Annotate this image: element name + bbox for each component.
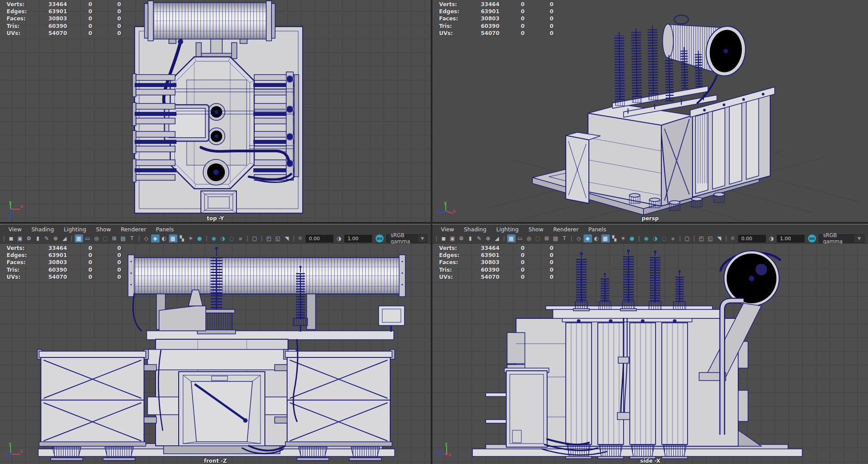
separator[interactable] [293,236,294,242]
colorspace-dropdown[interactable]: sRGB gamma ▼ [819,234,864,243]
separator[interactable] [694,236,695,242]
menu-item[interactable]: Renderer [116,226,151,233]
camera-icon[interactable]: ◼ [7,234,16,242]
camera-lock-icon[interactable]: ▣ [448,234,457,242]
chevron-down-icon[interactable]: ▼ [854,235,864,242]
multisample-icon[interactable]: ◌ [228,234,236,242]
occlusion-icon[interactable]: ◉ [210,234,218,242]
separator[interactable] [261,236,262,242]
fit-selection-icon[interactable]: ◥ [283,234,291,242]
viewport-persp-canvas[interactable]: Verts: 33464 0 0 Edges: 63901 0 0 Faces: [432,0,868,222]
viewport-side[interactable]: ViewShadingLightingShowRendererPanels ◼▣… [432,224,868,464]
separator[interactable] [71,236,72,242]
isolate-select-icon[interactable]: ◰ [697,234,706,242]
use-default-material-icon[interactable]: ▚ [610,234,619,242]
exposure-icon[interactable]: ☼ [296,235,304,242]
camera-fx-icon[interactable]: ▪ [236,234,245,242]
chevron-down-icon[interactable]: ▼ [418,235,427,242]
wireframe-mode-icon[interactable]: ◇ [142,234,151,242]
fit-selection-icon[interactable]: ◥ [715,234,724,242]
bookmark-icon[interactable]: ▮ [466,234,475,242]
gate-mask-icon[interactable]: ▢ [534,234,542,242]
separator[interactable] [726,236,727,242]
select-tool-icon[interactable]: ▢ [251,234,259,242]
field-chart-icon[interactable]: ⊞ [110,234,119,242]
isolate-selected-icon[interactable]: ◱ [706,234,715,242]
pan-zoom-icon[interactable]: ⊕ [52,234,60,242]
grease-pencil-icon[interactable]: ◢ [493,234,501,242]
grease-pencil-icon[interactable]: ◢ [60,234,69,242]
gamma-on-toggle[interactable]: on [808,234,816,242]
menu-item[interactable]: Panels [151,226,179,233]
texture-placement-icon[interactable]: T [560,234,569,242]
exposure-icon[interactable]: ☼ [729,235,736,242]
occlusion-icon[interactable]: ◉ [642,234,651,242]
image-plane-icon[interactable]: ▤ [552,234,560,242]
shadows-icon[interactable]: ● [628,234,636,242]
gate-mask-icon[interactable]: ▢ [101,234,110,242]
shaded-textured-mode-icon[interactable]: ◐ [160,234,168,242]
camera-lock-icon[interactable]: ▣ [16,234,24,242]
shadows-icon[interactable]: ● [196,234,204,242]
film-gate-icon[interactable]: ▭ [516,234,524,242]
lights-icon[interactable]: ☀ [187,234,195,242]
multisample-icon[interactable]: ◌ [660,234,668,242]
viewport-front-canvas[interactable]: Verts: 33464 0 0 Edges: 63901 0 0 Faces: [0,244,431,464]
gamma-input[interactable] [344,235,372,242]
separator[interactable] [4,236,4,242]
shaded-mode-icon[interactable]: ◆ [151,234,160,242]
shaded-textured-mode-icon[interactable]: ◐ [592,234,601,242]
camera-settings-icon[interactable]: ⚙ [25,234,33,242]
isolate-selected-icon[interactable]: ◱ [274,234,282,242]
separator[interactable] [436,236,437,242]
viewport-side-canvas[interactable]: Verts: 33464 0 0 Edges: 63901 0 0 Faces: [432,244,868,464]
menu-item[interactable]: View [4,226,27,233]
use-default-material-icon[interactable]: ▚ [178,234,186,242]
camera-fx-icon[interactable]: ▪ [669,234,677,242]
separator[interactable] [571,236,572,242]
viewport-top-canvas[interactable]: Verts: 33464 0 0 Edges: 63901 0 0 Faces: [0,0,431,222]
image-brush-icon[interactable]: ✎ [43,234,51,242]
textured-mode-icon[interactable]: ▩ [169,234,177,242]
pan-zoom-icon[interactable]: ⊕ [484,234,492,242]
select-tool-icon[interactable]: ▢ [683,234,692,242]
menu-item[interactable]: View [436,226,459,233]
grid-icon[interactable]: ▦ [75,234,83,242]
exposure-input[interactable] [738,235,766,242]
separator[interactable] [206,236,207,242]
shaded-mode-icon[interactable]: ◆ [584,234,592,242]
camera-settings-icon[interactable]: ⚙ [457,234,466,242]
menu-item[interactable]: Lighting [59,226,91,233]
resolution-gate-icon[interactable]: ◎ [525,234,533,242]
field-chart-icon[interactable]: ⊞ [543,234,551,242]
resolution-gate-icon[interactable]: ◎ [92,234,101,242]
menu-item[interactable]: Show [91,226,116,233]
viewport-top[interactable]: Verts: 33464 0 0 Edges: 63901 0 0 Faces: [0,0,431,222]
wireframe-mode-icon[interactable]: ◇ [575,234,583,242]
colorspace-dropdown[interactable]: sRGB gamma ▼ [386,234,427,243]
image-brush-icon[interactable]: ✎ [475,234,484,242]
textured-mode-icon[interactable]: ▩ [601,234,610,242]
menu-item[interactable]: Shading [27,226,59,233]
exposure-input[interactable] [306,235,333,242]
viewport-persp[interactable]: Verts: 33464 0 0 Edges: 63901 0 0 Faces: [432,0,868,222]
grid-icon[interactable]: ▦ [507,234,516,242]
menu-item[interactable]: Lighting [491,226,524,233]
motion-blur-icon[interactable]: ◑ [651,234,660,242]
viewport-front[interactable]: ViewShadingLightingShowRendererPanels ◼▣… [0,224,431,464]
separator[interactable] [504,236,504,242]
contrast-icon[interactable]: ◑ [335,235,343,242]
separator[interactable] [247,236,248,242]
menu-item[interactable]: Show [524,226,548,233]
gamma-input[interactable] [777,235,804,242]
menu-item[interactable]: Shading [459,226,492,233]
separator[interactable] [639,236,640,242]
lights-icon[interactable]: ☀ [619,234,628,242]
menu-item[interactable]: Panels [584,226,611,233]
contrast-icon[interactable]: ◑ [768,235,775,242]
separator[interactable] [139,236,140,242]
camera-icon[interactable]: ◼ [440,234,448,242]
menu-item[interactable]: Renderer [548,226,584,233]
motion-blur-icon[interactable]: ◑ [219,234,227,242]
gamma-on-toggle[interactable]: on [376,234,384,242]
